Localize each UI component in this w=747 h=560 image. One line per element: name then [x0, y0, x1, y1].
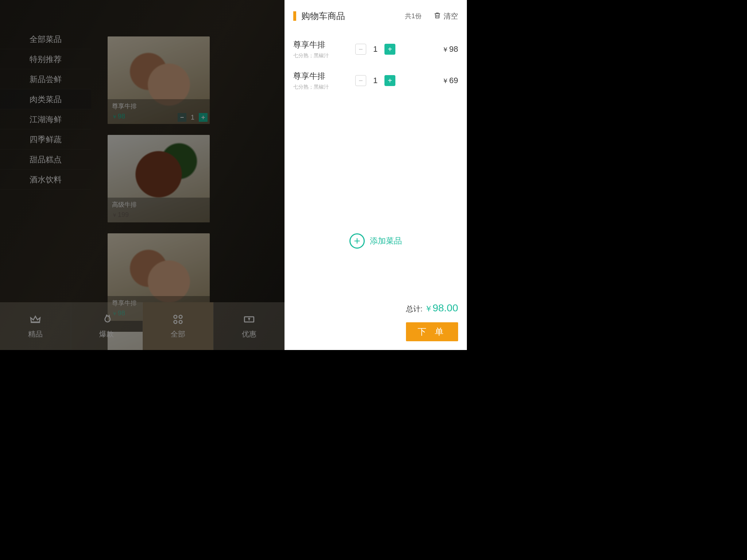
dish-price: ￥199 [112, 211, 205, 219]
sidebar-item[interactable]: 四季鲜蔬 [0, 129, 91, 149]
svg-point-3 [179, 320, 182, 324]
total-amount: ￥98.00 [425, 302, 458, 314]
flame-icon [100, 313, 113, 326]
menu-pane: 全部菜品 特别推荐 新品尝鲜 肉类菜品 江湖海鲜 四季鲜蔬 甜品糕点 酒水饮料 … [0, 0, 285, 350]
cart-list: 尊享牛排 七分熟；黑椒汁 − 1 + ￥98 尊享牛排 七分熟；黑椒汁 − 1 … [293, 34, 458, 96]
cart-minus-button[interactable]: − [355, 75, 366, 86]
sidebar-item[interactable]: 甜品糕点 [0, 149, 91, 170]
cart-qty-value: 1 [372, 44, 379, 54]
sidebar-item[interactable]: 特别推荐 [0, 49, 91, 69]
bottombar-item-all[interactable]: 全部 [143, 302, 213, 350]
cart-item: 尊享牛排 七分熟；黑椒汁 − 1 + ￥69 [293, 65, 458, 96]
cart-title: 购物车商品 [301, 10, 400, 22]
trash-icon [433, 11, 441, 21]
sidebar-item[interactable]: 酒水饮料 [0, 170, 91, 190]
category-sidebar: 全部菜品 特别推荐 新品尝鲜 肉类菜品 江湖海鲜 四季鲜蔬 甜品糕点 酒水饮料 [0, 29, 91, 190]
add-dish-button[interactable]: + 添加菜品 [285, 233, 467, 249]
bottombar-item-discount[interactable]: 优惠 [214, 302, 285, 350]
cart-header: 购物车商品 共1份 清空 [293, 10, 458, 22]
cart-count: 共1份 [405, 12, 422, 20]
bottombar-label: 优惠 [242, 329, 256, 339]
cart-qty-value: 1 [372, 76, 379, 85]
clear-cart-button[interactable]: 清空 [433, 11, 458, 21]
place-order-button[interactable]: 下 单 [406, 322, 458, 341]
cart-plus-button[interactable]: + [384, 44, 395, 55]
bottombar-label: 全部 [171, 329, 185, 339]
bottombar-label: 精品 [28, 329, 43, 339]
cart-total: 总计: ￥98.00 [293, 302, 458, 314]
qty-minus-button[interactable]: − [178, 113, 186, 122]
dish-footer: 高级牛排 ￥199 [108, 198, 210, 222]
add-dish-label: 添加菜品 [370, 236, 402, 246]
svg-point-1 [179, 315, 182, 319]
dish-footer: 尊享牛排 ￥98 − 1 + [108, 99, 210, 124]
sidebar-item[interactable]: 全部菜品 [0, 29, 91, 49]
sidebar-item[interactable]: 江湖海鲜 [0, 109, 91, 129]
svg-point-2 [174, 320, 177, 324]
crown-icon [29, 313, 42, 326]
plus-circle-icon: + [349, 233, 365, 249]
clear-label: 清空 [444, 11, 458, 21]
cart-plus-button[interactable]: + [384, 75, 395, 86]
svg-point-0 [174, 315, 177, 319]
sidebar-item[interactable]: 新品尝鲜 [0, 69, 91, 89]
cart-item: 尊享牛排 七分熟；黑椒汁 − 1 + ￥98 [293, 34, 458, 65]
cart-panel: 购物车商品 共1份 清空 尊享牛排 七分熟；黑椒汁 − 1 + ￥98 尊享牛排 [285, 0, 467, 350]
cart-item-price: ￥69 [442, 76, 458, 85]
dish-name: 高级牛排 [112, 201, 205, 209]
dish-card[interactable]: 尊享牛排 ￥98 − 1 + [108, 36, 210, 124]
coupon-icon [243, 313, 255, 326]
total-label: 总计: [406, 305, 423, 313]
cart-item-opts: 七分熟；黑椒汁 [293, 52, 355, 59]
dish-name: 尊享牛排 [112, 102, 205, 110]
bottom-bar: 精品 爆款 全部 优惠 [0, 302, 285, 350]
qty-box: − 1 + [178, 113, 208, 122]
cart-item-opts: 七分熟；黑椒汁 [293, 84, 355, 90]
accent-bar [293, 11, 296, 21]
cart-item-name: 尊享牛排 [293, 39, 355, 50]
cart-item-price: ￥98 [442, 44, 458, 54]
sidebar-item[interactable]: 肉类菜品 [0, 89, 91, 109]
bottombar-label: 爆款 [99, 329, 114, 339]
bottombar-item-hot[interactable]: 爆款 [71, 302, 142, 350]
bottombar-item-boutique[interactable]: 精品 [0, 302, 71, 350]
qty-plus-button[interactable]: + [199, 113, 208, 122]
qty-value: 1 [191, 114, 194, 121]
dish-card[interactable]: 高级牛排 ￥199 [108, 135, 210, 222]
cart-bottom: 总计: ￥98.00 下 单 [285, 302, 467, 350]
cart-item-name: 尊享牛排 [293, 71, 355, 82]
grid-icon [172, 313, 184, 326]
cart-minus-button[interactable]: − [355, 44, 366, 55]
